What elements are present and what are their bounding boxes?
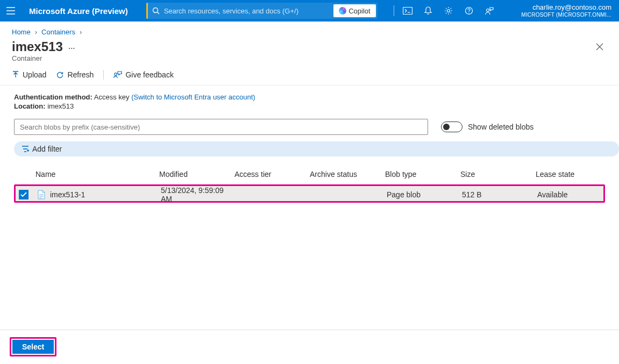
col-lease-state[interactable]: Lease state [536,170,600,179]
breadcrumb: Home › Containers › [0,22,619,37]
menu-button[interactable] [0,0,22,22]
brand-label: Microsoft Azure (Preview) [22,6,136,16]
add-filter-label: Add filter [32,145,62,153]
breadcrumb-containers[interactable]: Containers [41,28,75,36]
add-filter-button[interactable]: Add filter [14,141,619,156]
help-icon [465,6,473,15]
feedback-label: Give feedback [125,70,174,79]
col-name[interactable]: Name [35,170,159,179]
breadcrumb-home[interactable]: Home [12,28,31,36]
account-email: charlie.roy@contoso.com [521,4,611,12]
table-row[interactable]: imex513-1 5/13/2024, 9:59:09 AM Page blo… [14,184,605,203]
col-access-tier[interactable]: Access tier [234,170,310,179]
auth-method-label: Authentication method: [14,93,93,101]
close-blade-button[interactable] [592,39,607,54]
svg-point-5 [115,73,117,76]
command-bar: Upload Refresh Give feedback [0,68,619,85]
col-blob-type[interactable]: Blob type [385,170,460,179]
help-button[interactable] [459,0,479,22]
topbar-divider [394,5,394,16]
filter-icon [22,146,29,152]
search-icon [152,7,160,15]
global-search[interactable]: Copilot [146,3,378,19]
check-icon [20,192,27,197]
topbar: Microsoft Azure (Preview) Copilot [0,0,619,22]
account-tenant: MICROSOFT (MICROSOFT.ONMI... [521,12,611,18]
col-size[interactable]: Size [460,170,536,179]
command-separator [103,70,104,80]
page-subtitle: Container [0,54,619,68]
cell-name: imex513-1 [50,190,85,199]
give-feedback-button[interactable]: Give feedback [113,70,174,79]
meta-block: Authentication method: Access key (Switc… [0,85,619,117]
refresh-label: Refresh [67,70,94,79]
svg-point-4 [486,9,489,12]
select-highlight: Select [10,337,56,356]
settings-button[interactable] [438,0,459,22]
cell-size: 512 B [462,190,537,199]
upload-label: Upload [23,70,46,79]
show-deleted-label: Show deleted blobs [468,123,533,131]
table-header: Name Modified Access tier Archive status… [14,164,605,184]
refresh-button[interactable]: Refresh [56,70,94,79]
notifications-button[interactable] [418,0,438,22]
global-search-input[interactable] [160,7,334,15]
blob-table: Name Modified Access tier Archive status… [0,164,619,203]
feedback-button[interactable] [479,0,500,22]
copilot-label: Copilot [348,7,370,15]
col-archive-status[interactable]: Archive status [310,170,385,179]
cell-modified: 5/13/2024, 9:59:09 AM [161,186,236,203]
person-feedback-icon [485,6,494,15]
hamburger-icon [6,7,15,15]
file-icon [37,190,46,199]
col-modified[interactable]: Modified [159,170,234,179]
bell-icon [424,6,432,15]
show-deleted-toggle[interactable] [441,122,463,132]
blob-search-input[interactable] [14,119,428,135]
more-actions-button[interactable]: … [68,42,76,51]
copilot-button[interactable]: Copilot [333,4,375,17]
cell-blob-type: Page blob [387,190,462,199]
title-row: imex513 … [0,37,619,54]
cell-lease-state: Available [537,190,602,199]
close-icon [596,43,603,51]
location-value: imex513 [47,102,74,110]
refresh-icon [56,71,64,79]
row-checkbox[interactable] [19,190,29,199]
svg-point-0 [153,8,158,13]
filter-bar: Show deleted blobs [0,117,619,141]
copilot-icon [339,7,346,15]
account-menu[interactable]: charlie.roy@contoso.com MICROSOFT (MICRO… [521,4,614,18]
auth-method-value: Access key [94,93,130,101]
topbar-icons [387,0,500,22]
cloud-shell-icon [403,7,412,15]
feedback-icon [113,71,122,78]
chevron-right-icon: › [80,28,82,36]
cloud-shell-button[interactable] [397,0,418,22]
deleted-blobs-toggle-row: Show deleted blobs [441,122,533,132]
page-title: imex513 [12,39,63,54]
chevron-right-icon: › [35,28,37,36]
switch-auth-link[interactable]: (Switch to Microsoft Entra user account) [131,93,255,101]
upload-icon [12,71,19,78]
select-button[interactable]: Select [12,340,54,354]
footer: Select [0,331,619,364]
location-label: Location: [14,102,46,110]
upload-button[interactable]: Upload [12,70,46,79]
svg-rect-1 [403,8,412,15]
gear-icon [444,6,453,15]
svg-point-2 [447,10,450,12]
